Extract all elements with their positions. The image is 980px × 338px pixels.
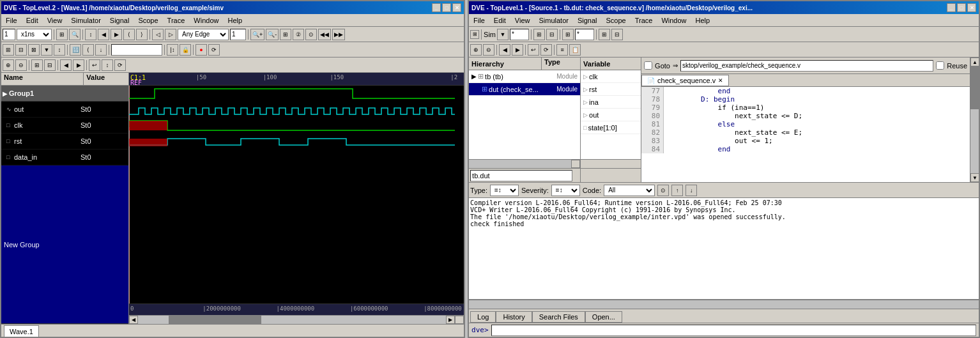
tb3-misc1[interactable]: ↩ <box>89 59 100 71</box>
search-input[interactable] <box>111 44 162 56</box>
var-hscroll[interactable] <box>581 159 641 168</box>
hier-hscroll[interactable] <box>469 159 580 168</box>
nav-left-btn[interactable]: ◀◀ <box>318 29 331 40</box>
tb2-btn4[interactable]: ▼ <box>41 44 52 56</box>
var-rst[interactable]: ▷ rst <box>581 83 641 96</box>
right-tb2[interactable]: ⊟ <box>611 29 623 40</box>
minimize-button[interactable]: _ <box>432 3 441 12</box>
menu-trace-left[interactable]: Trace <box>165 16 187 25</box>
log-hscroll[interactable] <box>469 300 979 309</box>
cursor-btn[interactable]: |↕ <box>167 44 178 56</box>
sim-tb2[interactable]: ⊟ <box>546 29 558 40</box>
right-menu-help[interactable]: Help <box>694 16 712 25</box>
signal-out[interactable]: ∿ out St0 <box>1 102 128 118</box>
reuse-checkbox[interactable] <box>936 61 944 70</box>
right-input2[interactable] <box>575 29 594 40</box>
tb3-misc2[interactable]: ↕ <box>102 59 113 71</box>
hier-item-tb[interactable]: ▶ ⊞ tb (tb) Module <box>469 70 580 83</box>
tb2-btn2[interactable]: ⊟ <box>15 44 27 56</box>
menu-signal-left[interactable]: Signal <box>108 16 132 25</box>
edge-btn-right[interactable]: ▷ <box>165 29 176 40</box>
menu-help-left[interactable]: Help <box>226 16 244 25</box>
cmd-input[interactable] <box>491 325 976 336</box>
sim-stop-btn[interactable]: ⟳ <box>208 44 220 56</box>
log-btn1[interactable]: ⊙ <box>657 185 669 196</box>
var-clk[interactable]: ▷ clk <box>581 70 641 83</box>
tb2-btn7[interactable]: ⟨ <box>82 44 94 56</box>
right-tb1[interactable]: ⊞ <box>599 29 610 40</box>
sim-dropdown-btn[interactable]: ▼ <box>497 29 509 40</box>
waveform-hscroll[interactable]: ◀ ▶ <box>129 315 464 324</box>
tb3-nav2[interactable]: ▶ <box>73 59 84 71</box>
right-menu-file[interactable]: File <box>471 16 487 25</box>
sim-run-btn[interactable]: ● <box>195 44 207 56</box>
goto-arrow-icon[interactable]: ⇒ <box>673 62 678 69</box>
code-vscrollbar[interactable]: ▲ ▼ <box>970 58 979 182</box>
menu-view-left[interactable]: View <box>45 16 65 25</box>
right-icon1[interactable]: ⊞ <box>562 29 574 40</box>
cursor-snap-btn[interactable]: 🔒 <box>180 44 191 56</box>
tb2-btn8[interactable]: ↓ <box>95 44 107 56</box>
tb-btn-2[interactable]: ◀ <box>98 29 109 40</box>
right-menu-view[interactable]: View <box>513 16 532 25</box>
signal-datain[interactable]: □ data_in St0 <box>1 150 128 165</box>
hier-btn[interactable]: ⊞ <box>56 29 68 40</box>
tb2-btn1[interactable]: ⊞ <box>3 44 14 56</box>
tb2-btn3[interactable]: ⊠ <box>28 44 40 56</box>
tb3-btn1[interactable]: ⊕ <box>3 59 14 71</box>
code-tab-close[interactable]: ✕ <box>718 77 723 84</box>
edge-count-input[interactable] <box>230 29 246 40</box>
var-ina[interactable]: ▷ ina <box>581 96 641 109</box>
signal-group1[interactable]: ▶ Group1 <box>1 86 128 102</box>
rth1[interactable]: ⊕ <box>470 44 482 56</box>
close-button[interactable]: ✕ <box>452 3 461 12</box>
tb2-btn5[interactable]: ↕ <box>54 44 65 56</box>
tb3-btn2[interactable]: ⊖ <box>15 59 27 71</box>
zoom-in-btn[interactable]: 🔍+ <box>250 29 264 40</box>
edge-select[interactable]: Any Edge Rising Edge Falling Edge <box>178 29 229 40</box>
right-close-btn[interactable]: ✕ <box>967 3 976 12</box>
zoom-fit-btn[interactable]: ⊞ <box>280 29 291 40</box>
menu-edit-left[interactable]: Edit <box>24 16 40 25</box>
tb3-grp1[interactable]: ⊞ <box>31 59 43 71</box>
right-menu-edit[interactable]: Edit <box>492 16 508 25</box>
rth8[interactable]: 📋 <box>569 44 581 56</box>
rth7[interactable]: ≡ <box>556 44 568 56</box>
menu-window-left[interactable]: Window <box>192 16 220 25</box>
goto-input[interactable] <box>680 60 933 72</box>
menu-simulator-left[interactable]: Simulator <box>69 16 102 25</box>
right-maximize-btn[interactable]: □ <box>957 3 966 12</box>
rth2[interactable]: ⊖ <box>483 44 494 56</box>
code-scroll-thumb[interactable] <box>970 66 979 109</box>
log-btn2[interactable]: ↑ <box>671 185 683 196</box>
log-tab-log[interactable]: Log <box>470 311 496 323</box>
rth6[interactable]: ⟳ <box>540 44 552 56</box>
log-tab-search[interactable]: Search Files <box>532 311 585 323</box>
right-menu-scope[interactable]: Scope <box>604 16 628 25</box>
tb2-btn6[interactable]: 🔢 <box>70 44 81 56</box>
rth4[interactable]: ▶ <box>512 44 523 56</box>
hier-item-dut[interactable]: ⊞ dut (check_se... Module <box>469 83 580 96</box>
sim-input[interactable] <box>510 29 529 40</box>
log-tab-open[interactable]: Open... <box>585 311 622 323</box>
scope-input[interactable] <box>470 170 572 181</box>
x-value-input[interactable] <box>3 29 15 40</box>
tb3-misc3[interactable]: ⟳ <box>114 59 126 71</box>
zoom-prev-btn[interactable]: ⊙ <box>305 29 317 40</box>
code-select[interactable]: All <box>604 185 655 196</box>
right-menu-trace[interactable]: Trace <box>633 16 655 25</box>
tb3-nav1[interactable]: ◀ <box>60 59 72 71</box>
var-out[interactable]: ▷ out <box>581 109 641 121</box>
right-menu-signal[interactable]: Signal <box>576 16 599 25</box>
var-state[interactable]: □ state[1:0] <box>581 121 641 134</box>
right-minimize-btn[interactable]: _ <box>947 3 956 12</box>
signal-clk[interactable]: □ clk St0 <box>1 118 128 134</box>
code-scroll-up[interactable]: ▲ <box>970 58 979 66</box>
x-unit-select[interactable]: x1ns <box>17 29 52 40</box>
scroll-corner[interactable] <box>455 316 464 324</box>
search-btn[interactable]: 🔍 <box>69 29 80 40</box>
severity-select[interactable]: ≡↕ <box>551 185 580 196</box>
log-tab-history[interactable]: History <box>496 311 532 323</box>
scroll-right-btn[interactable]: ▶ <box>446 316 455 324</box>
code-file-tab[interactable]: 📄 check_sequence.v ✕ <box>641 75 729 86</box>
